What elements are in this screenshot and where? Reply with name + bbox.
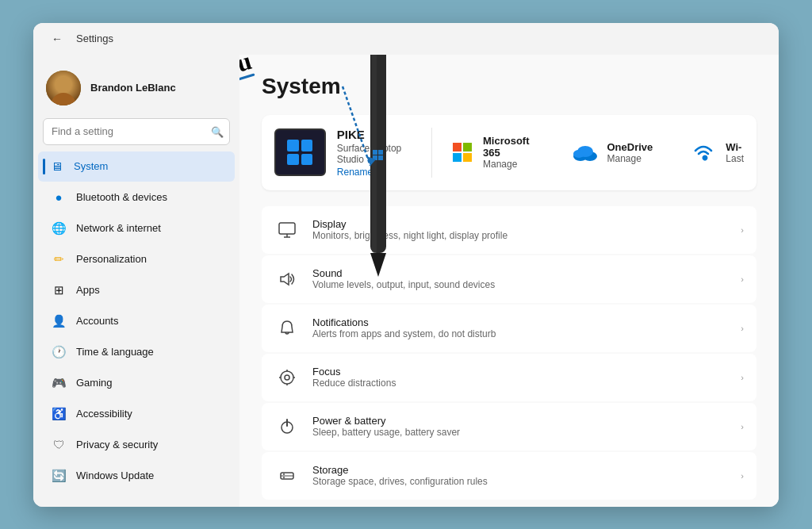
power-title: Power & battery xyxy=(312,415,460,427)
service-card-ms365: Microsoft 365 Manage xyxy=(451,128,553,178)
nav-item-update[interactable]: 🔄 Windows Update xyxy=(38,461,235,491)
back-button[interactable]: ← xyxy=(46,28,68,50)
nav-item-time[interactable]: 🕐 Time & language xyxy=(38,337,235,367)
svg-point-22 xyxy=(285,375,289,380)
device-model: Surface Laptop Studio xyxy=(337,143,412,165)
display-icon xyxy=(274,217,300,243)
storage-text: Storage Storage space, drives, configura… xyxy=(312,464,488,487)
sound-desc: Volume levels, output, input, sound devi… xyxy=(312,279,495,290)
focus-title: Focus xyxy=(312,366,396,378)
svg-point-32 xyxy=(283,477,285,478)
nav-label-accessibility: Accessibility xyxy=(76,408,132,420)
wifi-action: Last xyxy=(726,153,744,164)
window-title: Settings xyxy=(76,33,113,44)
nav-label-privacy: Privacy & security xyxy=(76,439,158,450)
storage-title: Storage xyxy=(312,464,488,476)
storage-desc: Storage space, drives, configuration rul… xyxy=(312,476,488,487)
sidebar: Brandon LeBlanc 🔍 🖥 System ● Bluetooth &… xyxy=(33,55,239,507)
sound-icon xyxy=(274,266,300,292)
power-icon xyxy=(274,414,300,439)
ms365-icon xyxy=(451,140,473,165)
svg-rect-10 xyxy=(463,143,472,151)
time-icon: 🕐 xyxy=(51,344,67,360)
svg-rect-11 xyxy=(453,153,462,162)
settings-item-focus[interactable]: Focus Reduce distractions › xyxy=(262,354,756,401)
svg-point-31 xyxy=(283,473,285,475)
notifications-text: Notifications Alerts from apps and syste… xyxy=(312,316,496,339)
nav-label-system: System xyxy=(74,160,108,172)
search-box: 🔍 xyxy=(43,118,230,145)
user-profile: Brandon LeBlanc xyxy=(33,61,239,118)
settings-list: Display Monitors, brightness, night ligh… xyxy=(262,206,756,500)
nav-item-accessibility[interactable]: ♿ Accessibility xyxy=(38,399,235,429)
sound-text: Sound Volume levels, output, input, soun… xyxy=(312,267,495,290)
main-content: Start Menu xyxy=(239,55,779,507)
display-text: Display Monitors, brightness, night ligh… xyxy=(312,218,508,241)
power-desc: Sleep, battery usage, battery saver xyxy=(312,427,460,438)
gaming-icon: 🎮 xyxy=(51,375,67,391)
focus-icon xyxy=(274,365,300,390)
device-thumbnail xyxy=(274,128,326,176)
wifi-icon xyxy=(691,140,716,165)
power-text: Power & battery Sleep, battery usage, ba… xyxy=(312,415,460,438)
handwritten-annotation: Start Menu xyxy=(239,55,255,101)
settings-item-power[interactable]: Power & battery Sleep, battery usage, ba… xyxy=(262,403,756,450)
device-strip: PIKE Surface Laptop Studio Rename xyxy=(262,115,756,190)
titlebar: ← Settings xyxy=(33,23,779,55)
apps-icon: ⊞ xyxy=(51,282,67,298)
nav-label-update: Windows Update xyxy=(76,470,154,481)
update-icon: 🔄 xyxy=(51,468,67,484)
personalization-icon: ✏ xyxy=(51,251,67,267)
focus-desc: Reduce distractions xyxy=(312,378,396,389)
settings-item-storage[interactable]: Storage Storage space, drives, configura… xyxy=(262,452,756,500)
nav-label-personalization: Personalization xyxy=(76,253,147,265)
settings-item-sound[interactable]: Sound Volume levels, output, input, soun… xyxy=(262,255,756,303)
notifications-chevron: › xyxy=(741,324,744,333)
settings-item-display[interactable]: Display Monitors, brightness, night ligh… xyxy=(262,206,756,254)
search-icon: 🔍 xyxy=(211,125,224,137)
settings-item-notifications[interactable]: Notifications Alerts from apps and syste… xyxy=(262,305,756,352)
onedrive-action[interactable]: Manage xyxy=(607,153,653,164)
avatar xyxy=(46,71,81,105)
bluetooth-icon: ● xyxy=(51,190,67,205)
handwritten-underline xyxy=(239,73,255,112)
notifications-desc: Alerts from apps and system, do not dist… xyxy=(312,328,496,339)
nav-item-accounts[interactable]: 👤 Accounts xyxy=(38,306,235,336)
ms365-name: Microsoft 365 xyxy=(483,135,534,159)
sound-chevron: › xyxy=(741,274,744,284)
nav-label-gaming: Gaming xyxy=(76,377,113,389)
nav-item-privacy[interactable]: 🛡 Privacy & security xyxy=(38,430,235,460)
ms365-info: Microsoft 365 Manage xyxy=(483,135,534,170)
settings-window: ← Settings Brandon LeBlanc 🔍 🖥 System xyxy=(33,23,779,507)
device-rename-link[interactable]: Rename xyxy=(337,167,412,178)
svg-rect-17 xyxy=(279,223,295,234)
nav-item-bluetooth[interactable]: ● Bluetooth & devices xyxy=(38,182,235,213)
accessibility-icon: ♿ xyxy=(51,406,67,422)
power-chevron: › xyxy=(741,422,744,431)
system-icon: 🖥 xyxy=(48,159,64,174)
svg-rect-12 xyxy=(463,153,472,162)
search-input[interactable] xyxy=(43,118,230,145)
service-card-onedrive: OneDrive Manage xyxy=(573,128,672,178)
nav-item-network[interactable]: 🌐 Network & internet xyxy=(38,213,235,243)
ms365-action[interactable]: Manage xyxy=(483,159,534,170)
onedrive-name: OneDrive xyxy=(607,141,653,153)
user-name: Brandon LeBlanc xyxy=(90,82,176,94)
content-area: Brandon LeBlanc 🔍 🖥 System ● Bluetooth &… xyxy=(33,55,779,507)
focus-text: Focus Reduce distractions xyxy=(312,366,396,389)
focus-chevron: › xyxy=(741,373,744,382)
nav-item-personalization[interactable]: ✏ Personalization xyxy=(38,244,235,274)
device-info: PIKE Surface Laptop Studio Rename xyxy=(337,128,412,178)
nav-item-apps[interactable]: ⊞ Apps xyxy=(38,275,235,305)
privacy-icon: 🛡 xyxy=(51,437,67,453)
service-card-wifi: Wi- Last xyxy=(691,128,744,178)
nav-item-gaming[interactable]: 🎮 Gaming xyxy=(38,368,235,398)
notifications-title: Notifications xyxy=(312,316,496,328)
display-chevron: › xyxy=(741,225,744,235)
nav-item-system[interactable]: 🖥 System xyxy=(38,151,235,182)
handwritten-text: Start Menu xyxy=(239,55,255,109)
wifi-label: Wi- xyxy=(726,141,744,153)
onedrive-icon xyxy=(573,140,598,165)
display-title: Display xyxy=(312,218,508,230)
nav-label-apps: Apps xyxy=(76,284,100,296)
